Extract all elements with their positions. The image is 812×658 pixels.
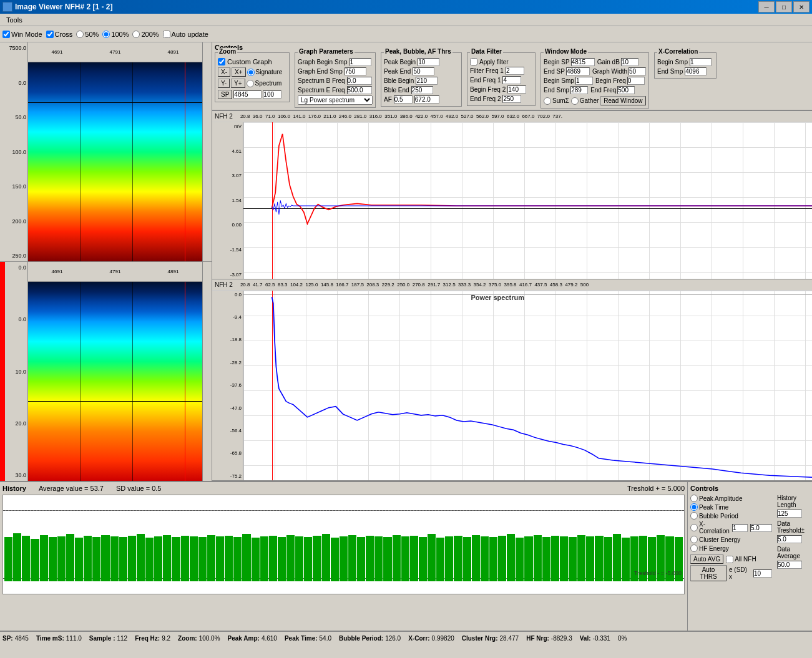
- spectrum-b-freq-input[interactable]: [347, 77, 372, 85]
- hf-energy-radio[interactable]: [690, 544, 698, 552]
- xcorr-end-smp-input[interactable]: [685, 67, 707, 75]
- graph-begin-smp-label: Graph Begin Smp: [298, 59, 348, 65]
- zoom200-radio[interactable]: 200%: [132, 31, 159, 38]
- top-graph-y-axis: mV 4.61 3.07 1.54 0.00 -1.54 -3.07: [212, 122, 243, 279]
- data-average-input[interactable]: [777, 561, 802, 569]
- graph-begin-smp-input[interactable]: [350, 58, 371, 66]
- y-minus-button[interactable]: Y-: [218, 79, 230, 88]
- peak-end-input[interactable]: [413, 67, 434, 75]
- spectrum-type-dropdown[interactable]: Lg Power spectrum: [298, 95, 373, 105]
- end-sp-input[interactable]: [566, 67, 590, 75]
- autoupdate-check[interactable]: Auto update: [163, 31, 208, 38]
- menu-tools[interactable]: Tools: [2, 16, 26, 24]
- title-bar: Image Viewer NFH# 2 [1 - 2] ─ □ ✕: [0, 0, 812, 14]
- spectrum-radio[interactable]: [247, 80, 254, 87]
- zoom200-label: 200%: [141, 31, 159, 38]
- status-bar: SP: 4845 Time mS: 111.0 Sample : 112 Fre…: [0, 631, 812, 644]
- custom-graph-checkbox[interactable]: [218, 58, 225, 65]
- status-peak-amp: Peak Amp: 4.610: [228, 635, 277, 642]
- af2-input[interactable]: [414, 95, 439, 104]
- begin-freq2-input[interactable]: [507, 85, 526, 94]
- bubble-period-radio[interactable]: [690, 512, 698, 520]
- gain-db-input[interactable]: [621, 58, 638, 66]
- end-sp-label: End SP: [544, 68, 565, 75]
- peak-begin-input[interactable]: [418, 58, 439, 66]
- sp-button[interactable]: SP: [218, 90, 232, 99]
- e-sd-input[interactable]: [753, 569, 772, 578]
- xcorr-begin-smp-input[interactable]: [690, 58, 712, 66]
- crosshair-v1: [81, 62, 81, 261]
- data-treshold-input[interactable]: [777, 535, 802, 543]
- end-freq-input[interactable]: [617, 86, 635, 94]
- history-length-input[interactable]: [777, 510, 802, 518]
- history-controls-title: Controls: [690, 485, 810, 492]
- zoom-value[interactable]: [263, 90, 281, 99]
- history-bars: [3, 495, 684, 594]
- xcorr-hist-label: X-Correlation: [699, 521, 730, 535]
- auto-thrs-button[interactable]: Auto THRS: [690, 565, 726, 581]
- begin-freq-input[interactable]: [627, 77, 645, 85]
- xcorr-title: X-Correlation: [657, 48, 699, 55]
- zoom50-radio[interactable]: 50%: [76, 31, 99, 38]
- y-plus-button[interactable]: Y+: [231, 79, 245, 88]
- bubble-period-label: Bubble Period: [699, 513, 738, 520]
- red-bar: [0, 262, 5, 481]
- apply-filter-checkbox[interactable]: [470, 58, 477, 65]
- begin-sp-input[interactable]: [571, 58, 595, 66]
- graph-end-smp-input[interactable]: [345, 67, 366, 75]
- history-title: History: [2, 485, 26, 492]
- all-nfh-checkbox[interactable]: [726, 556, 733, 563]
- zoom200-input[interactable]: [132, 31, 140, 38]
- end-freq2-input[interactable]: [502, 95, 521, 103]
- spectrum-e-freq-label: Spectrum E Freq: [298, 87, 345, 94]
- filter-freq1-input[interactable]: [506, 67, 524, 75]
- sumi-radio[interactable]: [544, 97, 551, 105]
- begin-freq-label: Begin Freq: [595, 77, 626, 84]
- maximize-button[interactable]: □: [776, 1, 792, 12]
- top-panel-scrollbar[interactable]: [202, 42, 212, 261]
- zoom100-input[interactable]: [102, 31, 110, 38]
- bble-end-input[interactable]: [411, 86, 433, 94]
- bottom-panel-scrollbar[interactable]: [202, 262, 212, 481]
- apply-filter-label: Apply filter: [479, 59, 509, 65]
- bble-begin-input[interactable]: [416, 77, 438, 85]
- cross-check[interactable]: Cross: [46, 31, 73, 38]
- auto-avg-button[interactable]: Auto AVG: [690, 554, 723, 564]
- peak-amplitude-label: Peak Amplitude: [699, 495, 743, 502]
- cross-checkbox[interactable]: [46, 31, 54, 38]
- end-smp-wm-label: End Smp: [544, 87, 569, 94]
- x-plus-button[interactable]: X+: [232, 67, 246, 77]
- graph-params-title: Graph Parameters: [298, 48, 355, 55]
- crosshair-v4: [132, 282, 133, 481]
- spectrum-e-freq-input[interactable]: [347, 86, 372, 94]
- top-graph: NFH 2 20.8 36.0 71.0 106.0 141.0 176.0 2…: [212, 111, 812, 279]
- signature-radio[interactable]: [247, 69, 255, 76]
- graph-width-input[interactable]: [629, 67, 646, 75]
- sp-value[interactable]: [233, 90, 262, 99]
- gather-radio[interactable]: [571, 97, 579, 105]
- history-controls: Controls Peak Amplitude Peak T: [687, 482, 812, 631]
- cluster-energy-radio[interactable]: [690, 536, 698, 543]
- end-freq1-input[interactable]: [502, 76, 521, 84]
- af-input[interactable]: [394, 95, 413, 104]
- winmode-checkbox[interactable]: [2, 31, 10, 38]
- close-button[interactable]: ✕: [793, 1, 810, 12]
- toolbar: Win Mode Cross 50% 100% 200% Auto update: [0, 26, 812, 42]
- x-minus-button[interactable]: X-: [218, 67, 230, 77]
- zoom50-input[interactable]: [76, 31, 84, 38]
- end-smp-wm-input[interactable]: [570, 86, 588, 94]
- peak-time-radio[interactable]: [690, 503, 698, 511]
- autoupdate-checkbox[interactable]: [163, 31, 170, 38]
- xcorr-hist-val[interactable]: [732, 524, 748, 532]
- xcorr-hist-radio[interactable]: [690, 524, 698, 531]
- xcorr-hist-val2[interactable]: [750, 524, 772, 532]
- zoom100-radio[interactable]: 100%: [102, 31, 129, 38]
- peak-amplitude-radio[interactable]: [690, 495, 698, 502]
- spectrum-b-freq-label: Spectrum B Freq: [298, 77, 345, 84]
- minimize-button[interactable]: ─: [758, 1, 775, 12]
- begin-smp-wm-input[interactable]: [575, 77, 593, 85]
- window-title: Image Viewer NFH# 2 [1 - 2]: [15, 2, 113, 11]
- winmode-check[interactable]: Win Mode: [2, 31, 42, 38]
- read-window-button[interactable]: Read Window: [600, 96, 645, 105]
- top-panel-image: [28, 62, 202, 261]
